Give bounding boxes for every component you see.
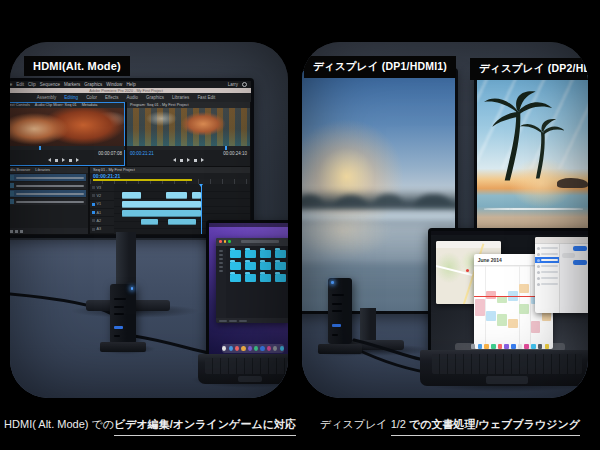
finder-window xyxy=(216,238,288,324)
usb-port xyxy=(114,306,124,308)
dock-app-icon xyxy=(498,344,503,349)
usb-port xyxy=(332,310,342,312)
treeline xyxy=(302,167,455,210)
timeline-clip xyxy=(192,192,202,199)
macos-desktop xyxy=(209,223,288,357)
conversation-item xyxy=(535,281,559,287)
usb3-port xyxy=(332,324,341,327)
power-led xyxy=(131,287,134,290)
zoom-icon xyxy=(228,240,231,243)
palm-tree-icon xyxy=(482,82,565,190)
surf-foam xyxy=(484,208,583,210)
folder-icon xyxy=(275,274,286,282)
workspace-tab: Editing xyxy=(64,95,78,100)
mac-dock xyxy=(222,344,284,353)
dock-app-icon xyxy=(538,344,543,349)
workspace-tab: Graphics xyxy=(146,95,164,100)
program-panel-tab: Program: Seq 01 - My First Project xyxy=(130,103,188,107)
workspace-tab: Assembly xyxy=(37,95,57,100)
dock-app-icon xyxy=(222,346,226,351)
mac-menu-bar xyxy=(209,223,288,227)
usb-port xyxy=(114,313,124,315)
timeline-clip xyxy=(166,192,188,199)
chat-bubble xyxy=(573,260,587,265)
dock-app-icon xyxy=(235,346,239,351)
dock-app-icon xyxy=(491,344,496,349)
premiere-screen: FileEditClipSequenceMarkersGraphicsWindo… xyxy=(10,81,251,235)
audio-jack xyxy=(114,335,120,337)
mac-menu-bar xyxy=(431,231,588,235)
marketing-image: FileEditClipSequenceMarkersGraphicsWindo… xyxy=(0,0,600,450)
menu-item: Window xyxy=(106,82,122,87)
map-pin-icon xyxy=(466,269,469,272)
workspace-tab: Color xyxy=(86,95,97,100)
stop-icon xyxy=(55,159,58,162)
program-timecode-current: 00:00:21:21 xyxy=(130,151,154,156)
calendar-event xyxy=(475,299,484,316)
timeline-clip xyxy=(141,219,157,225)
program-timecode-total: 00:00:24:10 xyxy=(223,151,247,156)
caption-right-normal: ディスプレイ xyxy=(320,418,391,430)
chat-pane xyxy=(560,244,588,313)
dock-app-icon xyxy=(524,344,529,349)
monitor-left: FileEditClipSequenceMarkersGraphicsWindo… xyxy=(10,78,254,238)
menu-item: File xyxy=(10,82,12,87)
project-item xyxy=(10,190,86,197)
badge-display2: ディスプレイ (DP2/HDMI2) xyxy=(470,58,588,80)
timeline-clip xyxy=(122,201,201,208)
badge-hdmi-alt-mode: HDMI(Alt. Mode) xyxy=(24,56,130,76)
track-header: A3 xyxy=(90,226,114,234)
dock-app-icon xyxy=(267,346,271,351)
timeline-clip xyxy=(168,219,195,225)
folder-icon xyxy=(275,262,286,270)
finder-file-grid xyxy=(226,246,288,319)
dock-app-icon xyxy=(484,344,489,349)
docking-station xyxy=(110,284,136,344)
caption-right-underlined-thin: 1/2 xyxy=(391,418,409,430)
work-area-bar xyxy=(93,179,192,181)
sd-card-slot xyxy=(332,294,344,296)
calendar-event xyxy=(486,311,495,321)
step-forward-icon xyxy=(76,158,79,162)
folder-icon xyxy=(260,250,271,258)
source-video-frame xyxy=(10,108,125,146)
usb3-port xyxy=(114,326,123,329)
keyboard xyxy=(205,358,288,375)
chat-bubble xyxy=(562,253,574,258)
dock-app-icon xyxy=(254,346,258,351)
account-name: Larry xyxy=(228,82,238,87)
menu-item: Clip xyxy=(28,82,36,87)
tab-audio-clip-mixer: Audio Clip Mixer: Seq 01 xyxy=(35,103,77,107)
menu-item: Markers xyxy=(64,82,80,87)
project-item xyxy=(10,198,86,205)
minimize-icon xyxy=(224,240,227,243)
project-panel-footer xyxy=(10,228,88,234)
trackpad xyxy=(238,376,263,383)
folder-icon xyxy=(230,262,241,270)
project-item xyxy=(10,182,86,189)
caption-left-normal: HDMI( Alt. Mode) での xyxy=(4,418,114,430)
source-scrubber xyxy=(10,146,125,150)
right-scene-panel: June 2014 xyxy=(302,42,588,398)
track-header: A2 xyxy=(90,217,114,225)
track-headers: V3V2V1A1A2A3 xyxy=(90,184,114,234)
step-back-icon xyxy=(173,158,176,162)
laptop-right: June 2014 xyxy=(428,228,588,356)
workspace-tab: Libraries xyxy=(172,95,189,100)
dock-app-icon xyxy=(471,344,476,349)
folder-icon xyxy=(230,250,241,258)
project-panel: Media Browser Libraries xyxy=(10,167,88,234)
timeline-tab: Seq 01 - My First Project xyxy=(93,168,135,172)
source-timecode: 00:00:07:08 xyxy=(98,151,122,156)
folder-icon xyxy=(230,274,241,282)
sd-card-slot xyxy=(114,298,126,300)
docking-station xyxy=(328,278,352,344)
caption-right-underlined-bold: での文書処理/ウェブブラウジング xyxy=(409,418,580,430)
folder-icon xyxy=(245,250,256,258)
menu-item: Sequence xyxy=(40,82,60,87)
dock-app-icon xyxy=(241,346,245,351)
messages-titlebar xyxy=(535,237,588,244)
timeline-clip xyxy=(122,210,201,217)
audio-jack xyxy=(332,334,338,336)
calendar-event xyxy=(508,319,517,327)
